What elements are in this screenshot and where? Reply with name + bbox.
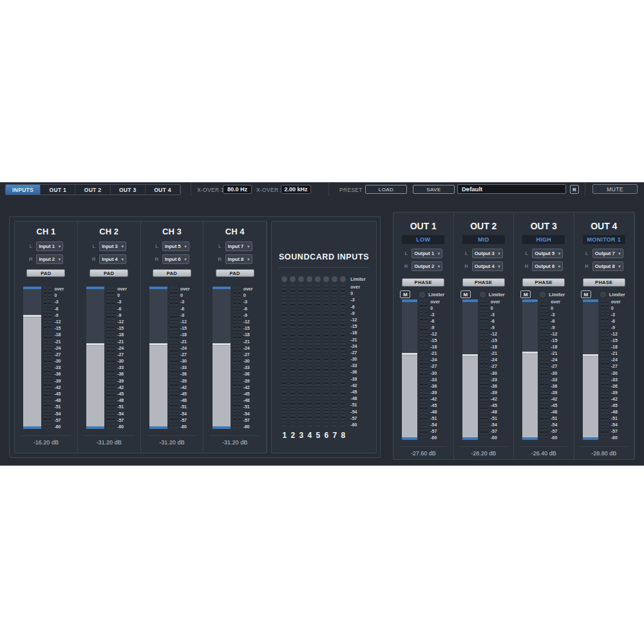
phase-button[interactable]: PHASE [462, 278, 505, 287]
phase-button[interactable]: PHASE [402, 278, 444, 287]
output-channel-strip: OUT 2 MID L Output 3 ▾ R Output 4 ▾ [454, 213, 515, 459]
phase-button[interactable]: PHASE [522, 278, 565, 287]
input-select-left[interactable]: Input 1 ▾ [36, 242, 63, 251]
toolbar: INPUTSOUT 1OUT 2OUT 3OUT 4 X-OVER 1 80.0… [0, 182, 644, 196]
limiter-led [290, 276, 296, 282]
soundcard-channel-number: 1 [282, 431, 287, 440]
tab[interactable]: OUT 1 [41, 185, 75, 194]
limiter-led [307, 276, 312, 282]
fader-thumb[interactable] [213, 343, 231, 429]
output-channel-strip: OUT 3 HIGH L Output 5 ▾ R Output 6 ▾ [514, 213, 574, 459]
xover2-field[interactable]: 2.00 kHz [281, 185, 311, 194]
output-select-right[interactable]: Output 6 ▾ [532, 261, 563, 271]
gain-fader[interactable] [522, 299, 538, 440]
input-select-right[interactable]: Input 6 ▾ [162, 254, 189, 264]
pad-button[interactable]: PAD [153, 269, 191, 277]
meter-area: over0-3-6-9-12-15-18-21-24-27-30-33-36-3… [583, 299, 625, 440]
input-select-left[interactable]: Input 5 ▾ [162, 242, 189, 251]
mute-limiter-row: M Limiter [400, 290, 446, 298]
vu-meter-right [48, 287, 52, 429]
output-select-right-value: Output 6 [535, 263, 554, 269]
tab[interactable]: OUT 2 [75, 185, 110, 194]
limiter-label: Limiter [609, 292, 625, 298]
pad-button[interactable]: PAD [216, 269, 254, 277]
soundcard-inputs-box: SOUNDCARD INPUTS 1 2 [271, 221, 377, 453]
output-select-left-value: Output 7 [595, 251, 615, 256]
channel-mute-button[interactable]: M [460, 290, 471, 298]
fader-thumb[interactable] [149, 343, 167, 429]
output-select-right-value: Output 4 [475, 263, 495, 269]
output-select-left[interactable]: Output 7 ▾ [592, 249, 623, 258]
fader-thumb[interactable] [583, 354, 598, 440]
output-select-left[interactable]: Output 5 ▾ [532, 249, 563, 258]
meter-scale: over0-3-6-9-12-15-18-21-24-27-30-33-36-3… [180, 287, 194, 429]
gain-fader[interactable] [23, 287, 41, 429]
left-channel-label: L [155, 243, 159, 249]
input-select-right[interactable]: Input 2 ▾ [36, 254, 63, 264]
limiter-led [323, 276, 329, 282]
input-select-right[interactable]: Input 8 ▾ [225, 254, 252, 264]
input-channel-strip: CH 3 L Input 5 ▾ R Input 6 [141, 222, 204, 453]
output-select-right[interactable]: Output 8 ▾ [592, 261, 623, 271]
level-meters [170, 287, 178, 429]
tab[interactable]: OUT 3 [111, 185, 146, 194]
fader-thumb[interactable] [23, 315, 41, 429]
limiter-led [281, 276, 287, 282]
gain-fader[interactable] [583, 299, 598, 440]
meter-area: over0-3-6-9-12-15-18-21-24-27-30-33-36-3… [213, 287, 258, 429]
channel-mute-button[interactable]: M [400, 290, 410, 298]
fader-thumb[interactable] [522, 352, 538, 440]
vu-meter [324, 285, 328, 427]
vu-meter-left [480, 299, 484, 440]
input-select-left[interactable]: Input 7 ▾ [225, 242, 252, 251]
readout-divider [399, 446, 447, 447]
soundcard-channel: 8 [341, 276, 345, 440]
output-select-right[interactable]: Output 2 ▾ [412, 261, 442, 271]
tab[interactable]: INPUTS [6, 185, 41, 194]
meter-area: over0-3-6-9-12-15-18-21-24-27-30-33-36-3… [23, 287, 68, 429]
mute-button[interactable]: MUTE [592, 184, 638, 194]
gain-fader[interactable] [402, 299, 417, 440]
fader-thumb[interactable] [462, 354, 478, 440]
output-select-left[interactable]: Output 1 ▾ [412, 249, 442, 258]
chevron-down-icon: ▾ [558, 264, 561, 269]
preset-name-field[interactable]: Default [457, 184, 566, 194]
pad-button[interactable]: PAD [26, 269, 65, 277]
gain-fader[interactable] [213, 287, 231, 429]
gain-readout: -28.20 dB [471, 450, 496, 457]
fader-top-cap [522, 299, 538, 302]
output-channel-strip: OUT 1 LOW L Output 1 ▾ R Output 2 ▾ [393, 213, 454, 459]
limiter-led [332, 276, 337, 282]
tab-label: OUT 4 [154, 187, 171, 193]
right-channel-label: R [91, 256, 96, 262]
meter-scale: over0-3-6-9-12-15-18-21-24-27-30-33-36-3… [611, 299, 625, 440]
vu-meter-left [420, 299, 423, 440]
input-select-right[interactable]: Input 4 ▾ [99, 254, 126, 264]
channel-mute-button[interactable]: M [581, 290, 591, 298]
left-channel-label: L [585, 251, 589, 256]
fader-thumb[interactable] [402, 353, 417, 440]
limiter-led [480, 292, 486, 298]
channel-title: CH 2 [99, 227, 118, 237]
gain-fader[interactable] [149, 287, 167, 429]
dsp-mixer-window: INPUTSOUT 1OUT 2OUT 3OUT 4 X-OVER 1 80.0… [0, 182, 644, 466]
restore-button[interactable]: R [570, 185, 579, 194]
pad-button[interactable]: PAD [90, 269, 128, 277]
load-button[interactable]: LOAD [365, 185, 407, 194]
fader-thumb[interactable] [86, 343, 104, 429]
gain-fader[interactable] [462, 299, 478, 440]
output-select-left[interactable]: Output 3 ▾ [472, 249, 503, 258]
level-meters [233, 287, 241, 429]
chevron-down-icon: ▾ [498, 264, 500, 269]
tab[interactable]: OUT 4 [146, 185, 180, 194]
xover1-field[interactable]: 80.0 Hz [223, 185, 252, 194]
gain-fader[interactable] [86, 287, 104, 429]
save-button[interactable]: SAVE [413, 185, 455, 194]
phase-button[interactable]: PHASE [583, 278, 625, 287]
input-select-right-value: Input 8 [228, 256, 244, 262]
toolbar-divider [328, 183, 329, 196]
input-select-left[interactable]: Input 3 ▾ [99, 242, 126, 251]
input-select-right-value: Input 4 [102, 256, 118, 262]
output-select-right[interactable]: Output 4 ▾ [472, 261, 503, 271]
channel-mute-button[interactable]: M [520, 290, 531, 298]
